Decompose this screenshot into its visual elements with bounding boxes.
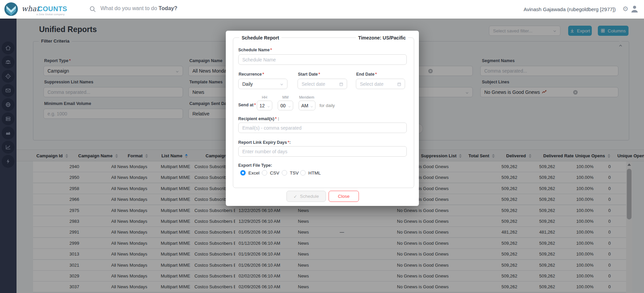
global-search-input[interactable]: What do you want to do Today? [100, 5, 177, 11]
radio-label: Excel [248, 170, 259, 176]
mm-column-label: MM [278, 95, 293, 99]
send-at-minute-select[interactable]: 00 [278, 101, 293, 110]
top-header: what COUNTS a Zeta Global company What d… [0, 0, 644, 19]
meridiem-column-label: Meridiem [297, 95, 317, 99]
start-date-picker[interactable]: Select date [298, 79, 347, 89]
calendar-icon [339, 82, 343, 87]
logo-mark-icon [4, 2, 18, 16]
radio-unselected-icon [282, 170, 287, 176]
account-person-icon[interactable] [630, 4, 639, 15]
report-link-expiry-input[interactable]: Enter number of days [238, 146, 407, 157]
whatcounts-logo[interactable]: what COUNTS a Zeta Global company [4, 2, 71, 17]
send-at-suffix: for daily [319, 103, 335, 108]
recurrence-value: Daily [242, 81, 253, 87]
end-date-picker[interactable]: Select date [356, 79, 405, 89]
start-date-label: Start Date* [298, 72, 320, 77]
chevron-down-icon [288, 104, 291, 109]
report-link-expiry-placeholder: Enter number of days [242, 149, 287, 154]
minute-value: 00 [280, 103, 286, 108]
radio-selected-icon [240, 170, 246, 176]
user-account-label: Avinash Gajawada (rubegoldberg [2977]) [524, 6, 616, 12]
schedule-button-label: Schedule [300, 194, 319, 199]
radio-option-html[interactable]: HTML [300, 170, 321, 176]
chevron-down-icon [267, 104, 270, 109]
schedule-name-input[interactable]: Schedule Name [238, 54, 407, 65]
hour-value: 12 [259, 103, 265, 108]
recurrence-select[interactable]: Daily [238, 79, 287, 89]
recipient-emails-input[interactable]: Email(s) - comma separated [238, 123, 407, 133]
radio-unselected-icon [262, 170, 267, 176]
radio-option-excel[interactable]: Excel [240, 170, 259, 176]
search-placeholder: What do you want to do [100, 5, 159, 11]
export-file-type-label: Export File Type: [238, 163, 272, 168]
schedule-button[interactable]: ✓Schedule [286, 191, 326, 202]
recurrence-label: Recurrence* [239, 72, 264, 77]
hh-column-label: HH [257, 95, 272, 99]
logo-word-what: what [22, 5, 39, 13]
radio-option-csv[interactable]: CSV [262, 170, 279, 176]
logo-word-counts: COUNTS [38, 5, 67, 13]
send-at-label: Send at* : [238, 103, 258, 107]
send-at-meridiem-select[interactable]: AM [299, 101, 315, 110]
logo-tagline: a Zeta Global company [36, 13, 65, 16]
start-date-placeholder: Select date [302, 81, 325, 87]
radio-label: HTML [308, 170, 321, 176]
modal-timezone-label: Timezone: US/Pacific [356, 35, 408, 41]
radio-label: TSV [290, 170, 299, 176]
send-at-hour-select[interactable]: 12 [257, 101, 272, 110]
search-placeholder-bold: Today? [159, 5, 178, 11]
end-date-placeholder: Select date [360, 81, 384, 87]
radio-unselected-icon [300, 170, 306, 176]
schedule-name-placeholder: Schedule Name [242, 57, 276, 62]
recipient-emails-placeholder: Email(s) - comma separated [242, 125, 302, 131]
schedule-name-label: Schedule Name* [238, 48, 272, 52]
modal-legend: Schedule Report [239, 35, 281, 41]
radio-option-tsv[interactable]: TSV [282, 170, 299, 176]
schedule-report-modal: Schedule Report Timezone: US/Pacific Sch… [226, 31, 419, 206]
chevron-down-icon [280, 82, 284, 87]
meridiem-value: AM [301, 103, 308, 108]
close-button-label: Close [338, 194, 350, 199]
recipient-emails-label: Recipient email(s)* : [238, 116, 279, 121]
app-root: Unified Reports Select saved filter... E… [0, 0, 644, 293]
radio-label: CSV [270, 170, 279, 176]
report-link-expiry-label: Report Link Expiry Days*: [238, 140, 291, 145]
chevron-down-icon [310, 104, 313, 109]
calendar-icon [397, 82, 401, 87]
search-icon [89, 6, 96, 14]
settings-gear-icon[interactable]: ⚙ [622, 5, 628, 13]
close-button[interactable]: Close [329, 191, 359, 202]
end-date-label: End Date* [356, 72, 377, 77]
checkmark-icon: ✓ [294, 194, 297, 199]
